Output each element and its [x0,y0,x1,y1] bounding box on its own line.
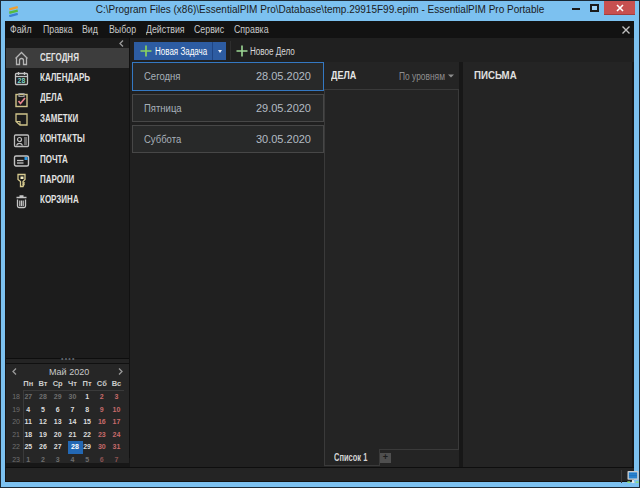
svg-text:28: 28 [18,77,26,84]
